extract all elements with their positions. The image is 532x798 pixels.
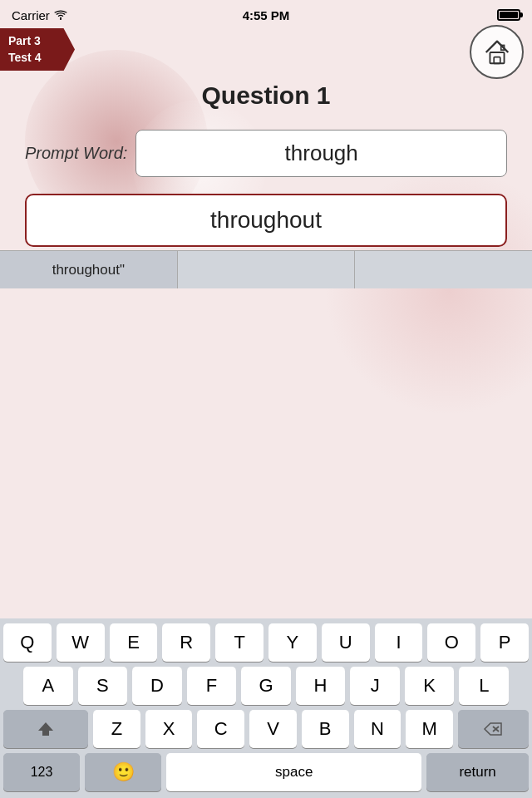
key-S[interactable]: S <box>78 667 128 705</box>
keyboard-row-4: 123 🙂 space return <box>0 748 532 798</box>
wifi-icon <box>54 10 67 20</box>
key-C[interactable]: C <box>197 710 244 748</box>
key-E[interactable]: E <box>110 623 158 662</box>
key-Y[interactable]: Y <box>268 623 317 662</box>
key-T[interactable]: T <box>215 623 264 662</box>
key-L[interactable]: L <box>459 667 509 705</box>
key-M[interactable]: M <box>406 710 453 748</box>
battery-icon <box>497 9 520 21</box>
numbers-key[interactable]: 123 <box>3 753 80 791</box>
answer-input[interactable] <box>25 194 507 247</box>
key-D[interactable]: D <box>132 667 182 705</box>
test-label: Test 4 <box>8 50 62 66</box>
key-P[interactable]: P <box>480 623 529 662</box>
battery-indicator <box>497 9 520 21</box>
key-V[interactable]: V <box>249 710 297 748</box>
home-button[interactable] <box>470 25 524 79</box>
key-B[interactable]: B <box>302 710 349 748</box>
status-bar: Carrier 4:55 PM <box>0 0 532 28</box>
key-U[interactable]: U <box>322 623 370 662</box>
key-J[interactable]: J <box>350 667 400 705</box>
keyboard-row-2: A S D F G H J K L <box>0 662 532 705</box>
keyboard: Q W E R T Y U I O P A S D F G H J K L Z … <box>0 618 532 798</box>
part-badge: Part 3 Test 4 <box>0 28 75 71</box>
key-N[interactable]: N <box>354 710 401 748</box>
key-F[interactable]: F <box>187 667 237 705</box>
key-Q[interactable]: Q <box>3 623 52 662</box>
shift-icon <box>37 720 55 738</box>
autocomplete-bar: throughout" <box>0 250 532 288</box>
delete-key[interactable] <box>458 710 529 748</box>
emoji-key[interactable]: 🙂 <box>85 753 161 791</box>
shift-key[interactable] <box>3 710 88 748</box>
carrier-label: Carrier <box>12 8 67 22</box>
key-A[interactable]: A <box>23 667 73 705</box>
svg-rect-1 <box>494 57 500 63</box>
key-W[interactable]: W <box>57 623 105 662</box>
home-icon <box>481 37 513 68</box>
status-time: 4:55 PM <box>243 8 290 22</box>
key-G[interactable]: G <box>241 667 291 705</box>
key-Z[interactable]: Z <box>93 710 140 748</box>
prompt-word: through <box>135 130 507 177</box>
space-key[interactable]: space <box>166 753 421 791</box>
keyboard-row-3: Z X C V B N M <box>0 705 532 748</box>
part-label: Part 3 <box>8 33 62 50</box>
key-H[interactable]: H <box>296 667 346 705</box>
key-O[interactable]: O <box>427 623 475 662</box>
answer-area[interactable] <box>25 194 507 247</box>
autocomplete-item-0[interactable]: throughout" <box>0 251 178 288</box>
svg-marker-3 <box>38 722 53 736</box>
return-key[interactable]: return <box>426 753 529 791</box>
key-X[interactable]: X <box>145 710 193 748</box>
prompt-area: Prompt Word: through <box>25 130 507 177</box>
keyboard-row-1: Q W E R T Y U I O P <box>0 618 532 662</box>
autocomplete-item-2[interactable] <box>355 251 532 288</box>
key-K[interactable]: K <box>405 667 455 705</box>
delete-icon <box>483 722 503 736</box>
autocomplete-item-1[interactable] <box>178 251 356 288</box>
key-I[interactable]: I <box>375 623 423 662</box>
key-R[interactable]: R <box>162 623 210 662</box>
svg-rect-0 <box>490 52 504 63</box>
question-title: Question 1 <box>0 81 532 110</box>
prompt-label: Prompt Word: <box>25 144 127 163</box>
emoji-icon: 🙂 <box>112 761 135 783</box>
